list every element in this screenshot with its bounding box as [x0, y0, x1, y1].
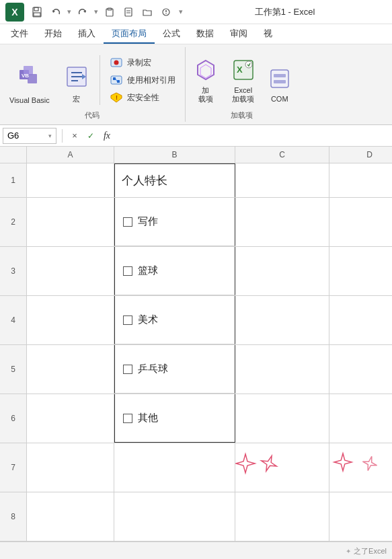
formula-bar: G6 ▾ × ✓ fx [0, 125, 392, 147]
relative-ref-button[interactable]: 使用相对引用 [106, 72, 180, 88]
svg-rect-33 [271, 70, 288, 87]
undo-button[interactable] [48, 5, 63, 20]
app-logo: X [5, 3, 24, 22]
checkbox-writing-box[interactable] [123, 217, 132, 227]
svg-text:X: X [237, 65, 243, 75]
checkbox-pingpong-box[interactable] [123, 365, 132, 374]
tab-pagelayout[interactable]: 页面布局 [104, 25, 155, 44]
cell-a5[interactable] [27, 345, 114, 394]
cell-c5[interactable] [235, 345, 329, 394]
fx-button[interactable]: fx [100, 131, 114, 141]
excel-addin-button[interactable]: X Excel加载项 [229, 50, 258, 104]
cell-d5[interactable] [329, 345, 392, 394]
title-bar-actions: ▾ ▾ ▾ [30, 5, 183, 20]
macro-icon [63, 62, 90, 91]
cell-b3[interactable]: 篮球 [114, 247, 235, 295]
window-title: 工作第1 - Excel [183, 6, 387, 18]
relative-ref-icon [110, 74, 123, 86]
cell-c7[interactable] [235, 443, 329, 492]
com-addin-label: COM [271, 95, 288, 104]
svg-rect-35 [274, 80, 286, 83]
corner-cell [0, 147, 27, 163]
col-header-b[interactable]: B [114, 147, 235, 163]
confirm-icon[interactable]: ✓ [84, 131, 97, 141]
tab-home[interactable]: 开始 [36, 25, 70, 44]
cell-a8[interactable] [27, 492, 114, 541]
checkbox-other-box[interactable] [123, 414, 132, 423]
cell-c6[interactable] [235, 394, 329, 443]
cell-b5[interactable]: 乒乓球 [114, 345, 235, 394]
undo-dropdown[interactable]: ▾ [67, 7, 71, 16]
cell-d6[interactable] [329, 394, 392, 443]
checkbox-basketball-box[interactable] [123, 266, 132, 276]
addin-button[interactable]: 加载项 [191, 50, 221, 104]
checkbox-art-label: 美术 [138, 313, 158, 326]
com-addin-button[interactable]: COM [266, 50, 293, 104]
svg-rect-7 [125, 8, 132, 16]
cell-b2[interactable]: 写作 [114, 198, 235, 246]
formula-input[interactable] [116, 128, 389, 144]
tab-file[interactable]: 文件 [3, 25, 36, 44]
checkbox-art[interactable]: 美术 [118, 313, 163, 326]
tab-review[interactable]: 审阅 [222, 25, 256, 44]
cell-b1-value: 个人特长 [122, 173, 167, 188]
checkbox-writing[interactable]: 写作 [118, 215, 163, 228]
cancel-icon[interactable]: × [68, 131, 81, 141]
save-button[interactable] [30, 5, 44, 20]
tab-data[interactable]: 数据 [188, 25, 222, 44]
record-macro-button[interactable]: 录制宏 [106, 54, 180, 71]
cell-a3[interactable] [27, 247, 114, 295]
cell-b7[interactable] [114, 443, 235, 492]
cell-c4[interactable] [235, 296, 329, 344]
svg-rect-26 [117, 80, 120, 83]
checkbox-basketball[interactable]: 篮球 [118, 264, 163, 277]
cell-a7[interactable] [27, 443, 114, 492]
cell-b4[interactable]: 美术 [114, 296, 235, 344]
cell-d1[interactable] [329, 163, 392, 197]
checkbox-pingpong[interactable]: 乒乓球 [118, 363, 173, 375]
title-bar: X ▾ ▾ ▾ 工作第1 - Excel [0, 0, 392, 24]
col-header-a[interactable]: A [27, 147, 114, 163]
cell-d2[interactable] [329, 198, 392, 246]
sheet-container: A B C D 1 个人特长 2 写作 [0, 147, 392, 542]
cell-a6[interactable] [27, 394, 114, 443]
checkbox-art-box[interactable] [123, 315, 132, 325]
code-small-buttons: 录制宏 使用相对引用 [106, 54, 180, 106]
svg-rect-25 [113, 77, 116, 80]
tab-view[interactable]: 视 [256, 25, 280, 44]
decorative-stars-2 [329, 443, 392, 484]
name-box[interactable]: G6 ▾ [3, 128, 56, 144]
visual-basic-icon: VB [16, 64, 43, 94]
redo-dropdown[interactable]: ▾ [94, 7, 98, 16]
cell-b8[interactable] [114, 492, 235, 541]
tab-formula[interactable]: 公式 [155, 25, 188, 44]
macro-button[interactable]: 宏 [59, 53, 94, 107]
col-header-c[interactable]: C [235, 147, 329, 163]
cell-a4[interactable] [27, 296, 114, 344]
logo-text: X [11, 7, 17, 17]
spreadsheet: A B C D 1 个人特长 2 写作 [0, 147, 392, 542]
visual-basic-button[interactable]: VB Visual Basic [5, 53, 54, 107]
cell-b6[interactable]: 其他 [114, 394, 235, 443]
svg-point-12 [165, 13, 167, 14]
svg-rect-2 [34, 13, 40, 16]
cell-d8[interactable] [329, 492, 392, 541]
checkbox-other[interactable]: 其他 [118, 412, 163, 424]
name-box-dropdown[interactable]: ▾ [48, 133, 52, 139]
tab-insert[interactable]: 插入 [70, 25, 104, 44]
cell-c8[interactable] [235, 492, 329, 541]
redo-button[interactable] [75, 5, 90, 20]
cell-a2[interactable] [27, 198, 114, 246]
macro-security-button[interactable]: ! 宏安全性 [106, 89, 180, 106]
cell-d7[interactable] [329, 443, 392, 492]
cell-b1[interactable]: 个人特长 [114, 163, 235, 197]
cell-c1[interactable] [235, 163, 329, 197]
cell-d3[interactable] [329, 247, 392, 295]
col-header-d[interactable]: D [329, 147, 392, 163]
cell-d4[interactable] [329, 296, 392, 344]
cell-c2[interactable] [235, 198, 329, 246]
record-macro-label: 录制宏 [127, 57, 151, 69]
cell-c3[interactable] [235, 247, 329, 295]
cell-a1[interactable] [27, 163, 114, 197]
ribbon-group-code: VB Visual Basic 宏 [0, 47, 186, 122]
